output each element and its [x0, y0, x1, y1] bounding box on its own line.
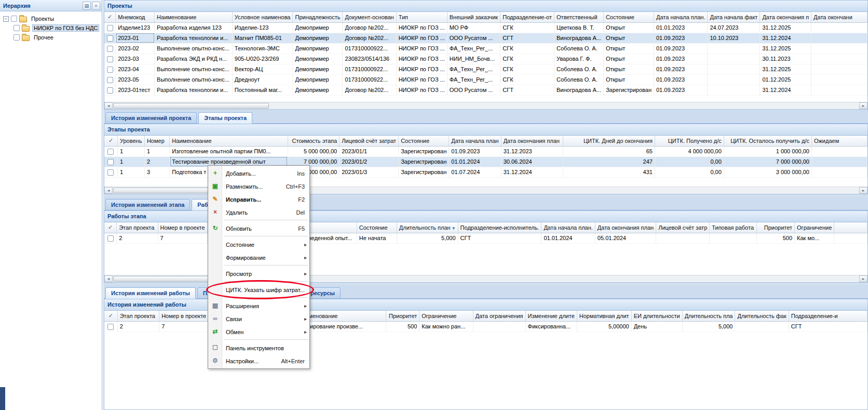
cell[interactable]: [811, 64, 867, 74]
cell[interactable]: 24.07.2023: [708, 22, 760, 33]
cell[interactable]: НИОКР по ГОЗ ...: [396, 33, 447, 43]
cell[interactable]: 230823/0514/136: [343, 54, 396, 64]
column-header[interactable]: Подразделение-исполнитель.: [458, 222, 541, 233]
cell[interactable]: 01.09.2023: [654, 43, 708, 54]
column-header[interactable]: Лицевой счёт затрат: [340, 136, 399, 146]
cell[interactable]: СГК: [500, 22, 554, 33]
cell[interactable]: 017310000922...: [343, 43, 396, 54]
row-checkbox[interactable]: [107, 235, 114, 242]
menu-item[interactable]: ▦Расширения▸: [208, 299, 309, 312]
column-header[interactable]: Мнемокод: [116, 12, 155, 22]
column-header[interactable]: Приоритет: [386, 311, 419, 321]
cell[interactable]: НИОКР по ГОЗ ...: [396, 54, 447, 64]
cell[interactable]: 2023-05: [116, 74, 155, 85]
cell[interactable]: [811, 167, 867, 177]
cell[interactable]: Выполнение опытно-конс...: [155, 43, 233, 54]
select-all-column-header[interactable]: ✓: [104, 136, 117, 146]
menu-item[interactable]: ☐Панель инструментов: [208, 341, 309, 354]
tree-checkbox[interactable]: [13, 34, 20, 41]
row-checkbox[interactable]: [107, 159, 114, 165]
column-header[interactable]: Наименование: [155, 12, 233, 22]
cell[interactable]: СГТ: [500, 85, 554, 95]
tree-node-label[interactable]: Прочее: [32, 34, 55, 41]
cell[interactable]: [811, 33, 867, 43]
cell[interactable]: [811, 156, 867, 167]
cell[interactable]: НИИ_НМ_Бочв...: [447, 54, 500, 64]
tree-checkbox[interactable]: [13, 25, 20, 31]
column-header[interactable]: Внешний заказчик: [447, 12, 500, 22]
cell[interactable]: Соболева О. А.: [554, 74, 604, 85]
cell[interactable]: Демопример: [293, 22, 343, 33]
cell[interactable]: Демопример: [293, 74, 343, 85]
menu-item[interactable]: ⇄Обмен▸: [208, 325, 309, 338]
column-header[interactable]: Номер: [144, 136, 169, 146]
menu-item[interactable]: ⚙Настройки...Alt+Enter: [208, 354, 309, 367]
column-header[interactable]: Стоимость этапа: [288, 136, 340, 146]
cell[interactable]: [834, 233, 867, 243]
collapse-panel-icon[interactable]: «: [92, 2, 100, 10]
cell[interactable]: Цветкова В. Т.: [554, 22, 604, 33]
cell[interactable]: 500: [757, 233, 795, 243]
column-header[interactable]: Ответственный: [554, 12, 604, 22]
column-header[interactable]: Номер в проекте: [159, 311, 209, 321]
column-header[interactable]: Длительность пла: [682, 311, 735, 321]
column-header[interactable]: Уровень: [117, 136, 144, 146]
cell[interactable]: 5 000 000,00: [288, 146, 340, 156]
cell[interactable]: [708, 54, 760, 64]
column-header[interactable]: Дата окончания план: [595, 222, 656, 233]
row-checkbox[interactable]: [107, 35, 113, 42]
cell[interactable]: [811, 146, 867, 156]
cell[interactable]: 1: [117, 146, 144, 156]
menu-item[interactable]: Состояние▸: [208, 238, 309, 251]
cell[interactable]: 2023-02: [116, 43, 155, 54]
menu-item[interactable]: ЦИТК. Указать шифр затрат...: [208, 283, 309, 296]
column-header[interactable]: Длительность фак: [735, 311, 789, 321]
cell[interactable]: 3: [144, 167, 169, 177]
cell[interactable]: Демопример: [293, 43, 343, 54]
cell[interactable]: ООО Русатом ...: [447, 33, 500, 43]
select-all-column-header[interactable]: ✓: [104, 12, 116, 22]
tree-node-label[interactable]: НИОКР по ГОЗ без НДС: [32, 24, 99, 32]
column-header[interactable]: Состояние: [357, 222, 397, 233]
scroll-right-icon[interactable]: ►: [859, 102, 867, 109]
row-checkbox[interactable]: [107, 324, 114, 330]
scroll-left-icon[interactable]: ◄: [104, 102, 113, 109]
cell[interactable]: ФА_Техн_Рег_...: [447, 74, 500, 85]
cell[interactable]: 5,000: [682, 321, 735, 332]
cell[interactable]: 10.10.2023: [708, 33, 760, 43]
cell[interactable]: 31.12.2025: [760, 64, 811, 74]
cell[interactable]: Соболева О. А.: [554, 64, 604, 74]
cell[interactable]: 31.12.2025: [760, 43, 811, 54]
cell[interactable]: Разработка технологии и...: [155, 85, 233, 95]
cell[interactable]: 017310000922...: [343, 74, 396, 85]
column-header[interactable]: Этап проекта: [117, 222, 158, 233]
cell[interactable]: [708, 85, 760, 95]
cell[interactable]: Уварова Г. Ф.: [554, 54, 604, 64]
cell[interactable]: Разработка технологии и...: [155, 33, 233, 43]
tab[interactable]: История изменений этапа: [105, 199, 190, 210]
row-checkbox[interactable]: [107, 67, 113, 73]
column-header[interactable]: Дата окончани: [811, 12, 867, 22]
cell[interactable]: 2023-04: [116, 64, 155, 74]
cell[interactable]: Договор №202...: [343, 22, 396, 33]
table-row[interactable]: 2023-02Выполнение опытно-конс...Технолог…: [104, 43, 867, 54]
cell[interactable]: Зарегистрирован: [399, 156, 449, 167]
cell[interactable]: ФА_Техн_Рег_...: [447, 64, 500, 74]
table-row[interactable]: Изделие123Разработка изделия 123Изделие-…: [104, 22, 867, 33]
cell[interactable]: 01.01.2024: [541, 233, 595, 243]
cell[interactable]: Договор №202...: [343, 33, 396, 43]
cell[interactable]: 31.12.2023: [501, 146, 563, 156]
cell[interactable]: 01.09.2023: [654, 64, 708, 74]
cell[interactable]: 500: [386, 321, 419, 332]
column-header[interactable]: Длительность план▼: [397, 222, 458, 233]
menu-item[interactable]: Формирование▸: [208, 251, 309, 264]
row-checkbox[interactable]: [107, 25, 113, 31]
cell[interactable]: Зарегистрирован: [399, 167, 449, 177]
cell[interactable]: СГТ: [789, 321, 867, 332]
column-header[interactable]: Состояние: [399, 136, 449, 146]
column-header[interactable]: ЦИТК. Осталось получить д/с: [724, 136, 811, 146]
menu-item[interactable]: ✎Исправить...F2: [208, 193, 309, 206]
cell[interactable]: НИОКР по ГОЗ ...: [396, 64, 447, 74]
cell[interactable]: Открыт: [603, 64, 654, 74]
cell[interactable]: Открыт: [603, 33, 654, 43]
